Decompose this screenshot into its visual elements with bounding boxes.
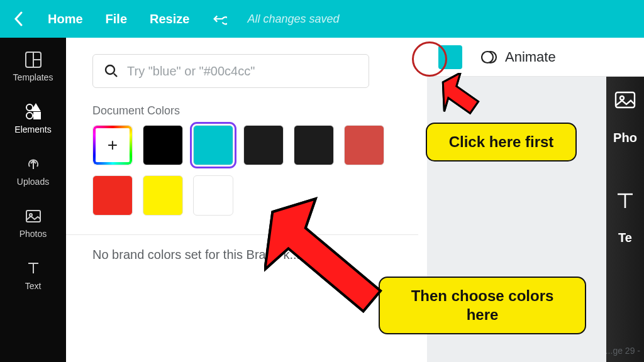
- templates-icon: [24, 50, 43, 69]
- save-status: All changes saved: [247, 13, 339, 26]
- svg-line-9: [114, 74, 117, 77]
- animate-icon: [481, 49, 497, 65]
- color-swatch[interactable]: [243, 125, 284, 165]
- document-colors: +: [92, 125, 407, 216]
- nav-file[interactable]: File: [106, 12, 127, 26]
- color-swatch[interactable]: [143, 175, 183, 216]
- document-colors-title: Document Colors: [92, 104, 418, 118]
- uploads-icon: [24, 155, 43, 173]
- svg-point-13: [620, 96, 624, 100]
- color-swatch[interactable]: [143, 125, 183, 165]
- sidebar-item-photos[interactable]: Photos: [0, 203, 66, 243]
- svg-point-11: [482, 52, 493, 63]
- top-bar: Home File Resize All changes saved: [0, 0, 644, 38]
- color-swatch[interactable]: [193, 175, 233, 216]
- sidebar-item-text[interactable]: Text: [0, 255, 66, 295]
- animate-button[interactable]: Animate: [481, 49, 556, 65]
- svg-point-8: [106, 65, 114, 74]
- sidebar-item-label: Templates: [13, 72, 53, 82]
- text-placeholder-icon: [614, 189, 636, 212]
- nav-resize[interactable]: Resize: [150, 12, 189, 26]
- sidebar-item-uploads[interactable]: Uploads: [0, 151, 66, 190]
- text-label-partial: Te: [618, 231, 632, 245]
- color-swatch-selected[interactable]: [193, 125, 233, 165]
- color-swatch[interactable]: [294, 125, 334, 165]
- photo-placeholder-icon: [614, 89, 636, 112]
- elements-icon: [24, 102, 43, 121]
- current-color-button[interactable]: [438, 45, 462, 69]
- svg-point-4: [26, 112, 33, 119]
- sidebar-item-label: Uploads: [17, 177, 49, 187]
- text-icon: [24, 259, 43, 278]
- canvas-right-strip: Pho Te: [606, 77, 644, 362]
- search-icon: [104, 64, 118, 78]
- sidebar-item-label: Elements: [14, 124, 51, 134]
- search-input[interactable]: [127, 64, 357, 79]
- divider: [66, 234, 418, 235]
- left-sidebar: Templates Elements Uploads Photos Text: [0, 38, 66, 362]
- sidebar-item-templates[interactable]: Templates: [0, 47, 66, 86]
- undo-icon[interactable]: [212, 11, 227, 26]
- color-swatch[interactable]: [344, 125, 384, 165]
- page-indicator: ...ge 29 -: [606, 346, 640, 356]
- svg-rect-6: [26, 211, 40, 222]
- color-panel: Document Colors + No brand colors set fo…: [66, 38, 427, 362]
- sidebar-item-label: Photos: [19, 229, 47, 239]
- back-icon[interactable]: [13, 13, 25, 25]
- animate-label: Animate: [505, 49, 556, 65]
- color-search[interactable]: [92, 54, 369, 88]
- sidebar-item-label: Text: [25, 281, 42, 291]
- svg-rect-5: [34, 112, 40, 119]
- photos-label-partial: Pho: [613, 131, 637, 145]
- brand-colors-message: No brand colors set for this Brand k...: [92, 248, 418, 262]
- svg-rect-12: [616, 92, 635, 107]
- callout-choose-colors: Then choose colors here: [379, 277, 586, 334]
- nav-home[interactable]: Home: [48, 12, 83, 26]
- context-toolbar: Animate: [427, 38, 644, 77]
- color-swatch[interactable]: [92, 175, 133, 216]
- sidebar-item-elements[interactable]: Elements: [0, 99, 66, 138]
- plus-icon: +: [108, 135, 118, 155]
- photos-icon: [24, 207, 43, 226]
- add-color-swatch[interactable]: +: [92, 125, 133, 165]
- callout-click-first: Click here first: [426, 123, 577, 162]
